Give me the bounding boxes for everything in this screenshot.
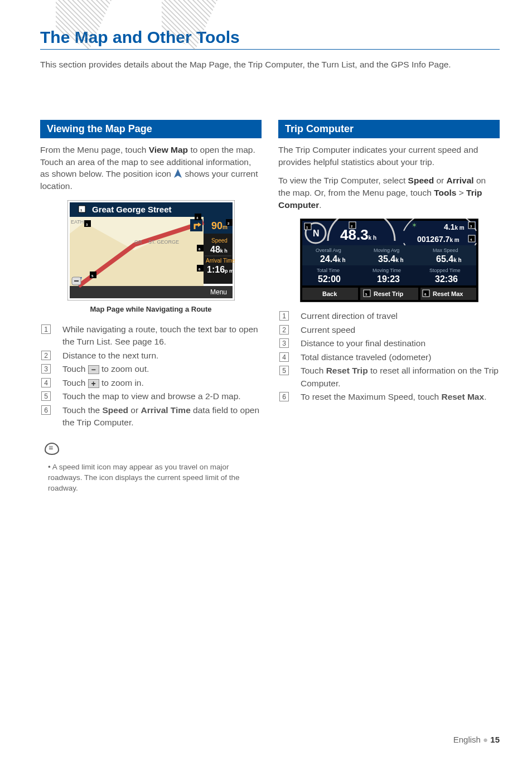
note-block: • A speed limit icon may appear as you t…	[40, 443, 262, 495]
legend-item-6: 6To reset the Maximum Speed, touch Reset…	[295, 391, 500, 403]
text: or	[128, 405, 141, 415]
note-text: A speed limit icon may appear as you tra…	[48, 463, 239, 492]
left-column: Viewing the Map Page From the Menu page,…	[40, 120, 262, 494]
svg-text:Menu: Menu	[210, 288, 227, 296]
text: Distance to your final destination	[301, 338, 425, 348]
legend-num: 3	[41, 364, 51, 374]
page-footer: English ● 15	[453, 735, 500, 744]
svg-text:Moving Time: Moving Time	[373, 268, 401, 273]
text: .	[319, 200, 321, 210]
legend-item-3: 3Distance to your final destination	[295, 337, 500, 350]
section-header-trip: Trip Computer	[278, 120, 500, 138]
svg-text:N: N	[313, 229, 320, 238]
reset-max-label: Reset Max	[441, 392, 484, 401]
text: .	[484, 392, 486, 401]
svg-text:ST. GEORGE: ST. GEORGE	[148, 239, 179, 245]
legend-item-2: 2Distance to the next turn.	[57, 350, 262, 362]
svg-text:Great George Street: Great George Street	[92, 205, 172, 214]
text: Touch the map to view and browse a 2-D m…	[62, 391, 241, 401]
legend-num: 6	[41, 405, 51, 415]
text: Current direction of travel	[301, 311, 398, 321]
svg-text:Reset Trip: Reset Trip	[374, 290, 403, 297]
svg-text:52:00: 52:00	[318, 274, 341, 284]
text: To view the Trip Computer, select	[278, 176, 408, 185]
svg-text:Speed: Speed	[211, 237, 228, 244]
speed-label: Speed	[408, 176, 434, 185]
text: Touch the	[62, 405, 103, 415]
text: Touch	[62, 378, 88, 387]
svg-text:19:23: 19:23	[377, 274, 400, 284]
legend-num: 1	[279, 311, 289, 321]
trip-computer-screenshot: N 48.3k h 4.1k m 001267.7k m ✶ Overall A…	[300, 219, 478, 302]
legend-num: 2	[279, 325, 289, 335]
svg-text:Moving Avg: Moving Avg	[374, 248, 399, 253]
legend-num: 3	[279, 338, 289, 348]
page-title: The Map and Other Tools	[40, 28, 500, 50]
text: Current speed	[301, 325, 355, 335]
speed-label: Speed	[103, 405, 129, 415]
arrival-time-label: Arrival Time	[141, 405, 190, 415]
svg-text:Reset Max: Reset Max	[433, 290, 463, 297]
footer-lang: English	[453, 735, 481, 744]
text: Touch	[301, 366, 326, 375]
legend-num: 2	[41, 351, 51, 360]
legend-item-1: 1Current direction of travel	[295, 310, 500, 322]
svg-text:GR: GR	[134, 239, 142, 245]
svg-text:Max Speed: Max Speed	[433, 248, 458, 253]
svg-text:Stopped Time: Stopped Time	[429, 268, 461, 273]
text: to zoom in.	[99, 378, 144, 387]
text: Touch	[62, 364, 88, 374]
view-map-label: View Map	[149, 145, 188, 154]
svg-text:EATH: EATH	[71, 219, 84, 225]
text: >	[456, 188, 466, 197]
reset-trip-label: Reset Trip	[326, 366, 368, 375]
text: While navigating a route, touch the text…	[62, 324, 258, 346]
text: to zoom out.	[99, 364, 149, 374]
note-icon	[45, 443, 59, 455]
svg-rect-12	[70, 286, 233, 298]
zoom-out-icon: −	[88, 365, 99, 374]
svg-text:Overall Avg: Overall Avg	[316, 248, 341, 253]
legend-item-4: 4Total distance traveled (odometer)	[295, 351, 500, 363]
svg-text:Total Time: Total Time	[317, 268, 340, 273]
legend-num: 1	[41, 324, 51, 334]
legend-item-4: 4Touch + to zoom in.	[57, 377, 262, 389]
svg-text:Arrival Time: Arrival Time	[206, 258, 235, 264]
svg-text:32:36: 32:36	[435, 274, 458, 284]
legend-item-3: 3Touch − to zoom out.	[57, 363, 262, 375]
legend-num: 4	[41, 378, 51, 387]
text: Distance to the next turn.	[62, 351, 158, 360]
text: Total distance traveled (odometer)	[301, 352, 431, 362]
legend-item-5: 5Touch the map to view and browse a 2-D …	[57, 390, 262, 403]
trip-p1: The Trip Computer indicates your current…	[278, 144, 500, 168]
trip-p2: To view the Trip Computer, select Speed …	[278, 175, 500, 211]
legend-item-2: 2Current speed	[295, 324, 500, 336]
footer-page-number: 15	[490, 735, 500, 744]
zoom-in-icon: +	[88, 379, 99, 388]
legend-num: 5	[279, 366, 289, 375]
right-column: Trip Computer The Trip Computer indicate…	[278, 120, 500, 494]
map-page-screenshot: Great George Street 90m Speed 48k h Arri…	[67, 200, 235, 300]
svg-text:Back: Back	[322, 290, 337, 297]
legend-num: 6	[279, 392, 289, 401]
legend-num: 4	[279, 352, 289, 362]
legend-item-5: 5Touch Reset Trip to reset all informati…	[295, 365, 500, 390]
tools-label: Tools	[434, 188, 456, 197]
text: From the Menu page, touch	[40, 145, 149, 154]
map-screenshot-caption: Map Page while Navigating a Route	[40, 305, 262, 313]
svg-text:✶: ✶	[412, 221, 417, 229]
arrival-label: Arrival	[447, 176, 474, 185]
text: or	[434, 176, 446, 185]
text: To reset the Maximum Speed, touch	[301, 392, 441, 401]
trip-legend-list: 1Current direction of travel 2Current sp…	[278, 310, 500, 403]
svg-marker-0	[174, 169, 182, 178]
map-legend-list: 1While navigating a route, touch the tex…	[40, 323, 262, 429]
section-header-map: Viewing the Map Page	[40, 120, 262, 138]
map-intro-paragraph: From the Menu page, touch View Map to op…	[40, 144, 262, 192]
footer-dot: ●	[483, 735, 490, 744]
intro-text: This section provides details about the …	[40, 60, 500, 70]
legend-item-1: 1While navigating a route, touch the tex…	[57, 323, 262, 348]
legend-num: 5	[41, 391, 51, 401]
legend-item-6: 6Touch the Speed or Arrival Time data fi…	[57, 404, 262, 429]
position-icon	[173, 168, 182, 178]
